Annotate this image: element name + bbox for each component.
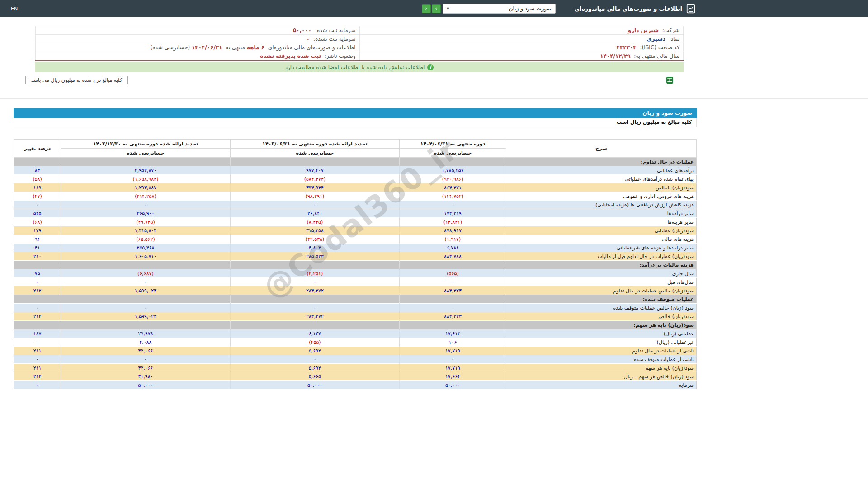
row-value [400, 295, 506, 304]
row-change-value: ۷۵ [14, 269, 61, 278]
top-navbar: اطلاعات و صورت‌های مالی میاندوره‌ای صورت… [0, 0, 868, 17]
note-row: کلیه مبالغ درج شده به میلیون ریال می باش… [25, 76, 674, 84]
row-value: ۵۰,۰۰۰ [61, 381, 230, 389]
row-value: ۱,۲۹۳,۸۸۷ [61, 183, 230, 192]
statement-row: سود(زیان) عملیات در حال تداوم قبل از مال… [14, 252, 697, 261]
company-info-row: سال مالی منتهی به: ۱۴۰۴/۱۲/۲۹ وضعیت ناشر… [36, 52, 684, 61]
row-value: ۳۲,۰۶۶ [61, 364, 230, 372]
row-value: (۵۸۲,۴۷۳) [230, 175, 399, 183]
publisher-status-cell: وضعیت ناشر: ثبت شده پذیرفته نشده [36, 52, 360, 61]
fiscal-year-value: ۱۴۰۴/۱۲/۲۹ [600, 53, 630, 59]
statement-row: سایر هزینه‌ها(۱۳,۸۲۱)(۸,۲۲۵)(۲۹,۷۲۵)(۶۸) [14, 218, 697, 226]
row-label: سود(زیان) پایه هر سهم [506, 364, 696, 372]
row-label: سال جاری [506, 269, 696, 278]
row-value: ۳۲,۰۶۶ [61, 347, 230, 355]
fiscal-year-label: سال مالی منتهی به: [634, 53, 679, 59]
row-value [400, 321, 506, 329]
statement-row: سال جاری(۵۶۵)(۲,۲۵۱)(۶,۶۸۷)۷۵ [14, 269, 697, 278]
row-value: ۰ [230, 304, 399, 312]
row-value: ۰ [400, 201, 506, 209]
row-value [61, 261, 230, 269]
row-value: (۹۲۰,۹۸۶) [400, 175, 506, 183]
row-value: ۴,۰۸۸ [61, 338, 230, 347]
row-value: ۳۹۴,۹۳۴ [230, 183, 399, 192]
row-label: ناشی از عملیات در حال تداوم [506, 347, 696, 355]
row-value [230, 295, 399, 304]
audited-subheader: حسابرسی شده [61, 149, 230, 158]
nav-back-button[interactable]: ‹ [422, 4, 431, 13]
row-label: بهای تمام شده درآمدهای عملیاتی [506, 175, 696, 183]
statement-row: سود(زیان) عملیاتی۸۷۸,۹۱۷۳۱۵,۲۵۸۱,۴۱۵,۸۰۴… [14, 226, 697, 235]
row-change-value [14, 295, 61, 304]
row-change-value: (۴۷) [14, 192, 61, 201]
row-value [400, 261, 506, 269]
company-info-table: شرکت: شیرین دارو سرمایه ثبت شده: ۵۰,۰۰۰ … [35, 26, 684, 61]
company-info-row: کد صنعت (ISIC): ۴۳۲۳۰۴ اطلاعات و صورت‌ها… [36, 43, 684, 52]
excel-export-button[interactable] [666, 76, 674, 84]
row-value: (۸,۲۲۵) [230, 218, 399, 226]
row-value: ۳۱,۹۸۰ [61, 372, 230, 381]
row-value: ۰ [400, 278, 506, 286]
row-value: ۸۸۳,۷۸۸ [400, 252, 506, 261]
row-value: ۵,۶۹۲ [230, 364, 399, 372]
row-label: سود(زیان) خالص عملیات در حال تداوم [506, 286, 696, 295]
row-label: سود(زیان) عملیاتی [506, 226, 696, 235]
statement-row: سود(زیان) پایه هر سهم۱۷,۷۱۹۵,۶۹۲۳۲,۰۶۶۲۱… [14, 364, 697, 372]
nav-forward-button[interactable]: › [432, 4, 441, 13]
col-header-period-3: تجدید ارائه شده دوره منتهی به ۱۴۰۳/۱۲/۳۰ [61, 140, 230, 149]
report-type-dropdown[interactable]: صورت سود و زیان ▼ [443, 4, 556, 14]
statement-title-bar: صورت سود و زیان [14, 108, 697, 118]
section-header-row: هزینه مالیات بر درآمد: [14, 261, 697, 269]
row-label: ناشی از عملیات متوقف شده [506, 355, 696, 364]
language-toggle[interactable]: EN [11, 6, 18, 12]
row-value: ۵۰,۰۰۰ [400, 381, 506, 389]
col-header-description: شرح [506, 140, 696, 158]
row-change-value: ۹۴ [14, 235, 61, 244]
row-value: ۱۰۶ [400, 338, 506, 347]
row-value [230, 321, 399, 329]
row-label: سایر درآمدها [506, 209, 696, 218]
row-label: عملیات در حال تداوم: [506, 158, 696, 166]
row-change-value: ۰ [14, 201, 61, 209]
row-change-value: ۱۷۹ [14, 226, 61, 235]
statement-row: بهای تمام شده درآمدهای عملیاتی(۹۲۰,۹۸۶)(… [14, 175, 697, 183]
navbar-inner: اطلاعات و صورت‌های مالی میاندوره‌ای صورت… [0, 0, 698, 17]
row-value: (۴۵۵) [230, 338, 399, 347]
row-value: ۰ [230, 355, 399, 364]
period-date: ۱۴۰۴/۰۶/۳۱ [192, 44, 222, 51]
row-change-value: ۲۱۱ [14, 364, 61, 372]
row-value: ۸۸۳,۲۲۳ [400, 312, 506, 321]
row-value: ۱,۴۱۵,۸۰۴ [61, 226, 230, 235]
row-value [230, 261, 399, 269]
row-value: ۱,۵۹۹,۰۲۳ [61, 286, 230, 295]
row-label: سود (زیان) خالص هر سهم – ریال [506, 372, 696, 381]
row-value [61, 158, 230, 166]
row-value: ۰ [230, 278, 399, 286]
row-label: سایر درآمدها و هزینه های غیرعملیاتی [506, 244, 696, 252]
row-value: (۳۴,۵۳۸) [230, 235, 399, 244]
row-value: ۰ [61, 201, 230, 209]
statement-row: عملیاتی (ریال)۱۷,۶۱۳۶,۱۴۷۲۷,۹۷۸۱۸۷ [14, 329, 697, 338]
col-header-period-1: دوره منتهی به ۱۴۰۴/۰۶/۳۱ [400, 140, 506, 149]
codal-logo-icon [686, 4, 696, 14]
row-value: ۱,۶۰۵,۷۱۰ [61, 252, 230, 261]
row-value [230, 158, 399, 166]
excel-icon [666, 76, 674, 84]
row-label: عملیات متوقف شده: [506, 295, 696, 304]
statement-row: سرمایه۵۰,۰۰۰۵۰,۰۰۰۵۰,۰۰۰۰ [14, 381, 697, 389]
row-value: (۱۴۴,۷۵۲) [400, 192, 506, 201]
row-change-value: ۲۱۰ [14, 252, 61, 261]
section-header-row: عملیات متوقف شده: [14, 295, 697, 304]
row-label: سود(زیان) ناخالص [506, 183, 696, 192]
row-value: ۱۷,۷۱۹ [400, 364, 506, 372]
row-label: هزینه های فروش، اداری و عمومی [506, 192, 696, 201]
publisher-status-value: ثبت شده پذیرفته نشده [260, 53, 321, 59]
statement-row: سال‌های قبل۰۰۰۰ [14, 278, 697, 286]
row-value: (۹۸,۲۹۱) [230, 192, 399, 201]
row-label: سود (زیان) خالص عملیات متوقف شده [506, 304, 696, 312]
symbol-label: نماد: [669, 36, 679, 42]
row-value: (۵۶۵) [400, 269, 506, 278]
row-label: غیرعملیاتی (ریال) [506, 338, 696, 347]
row-change-value [14, 158, 61, 166]
row-change-value: ۰ [14, 278, 61, 286]
